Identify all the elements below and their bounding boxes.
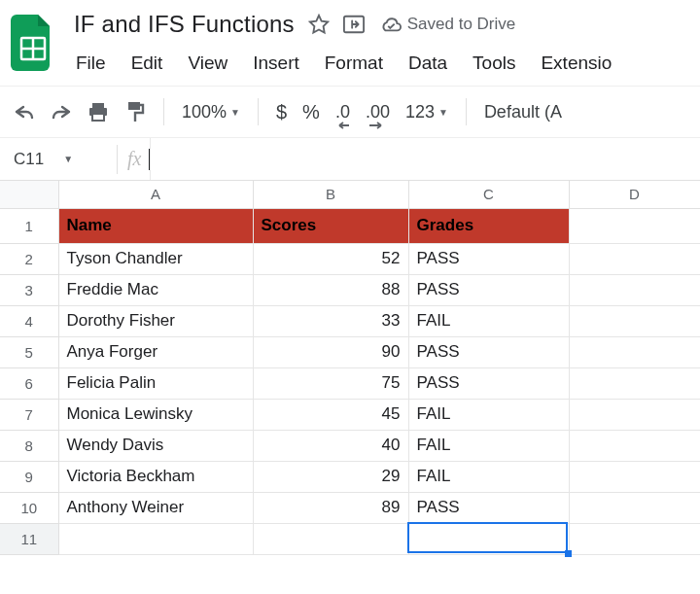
menu-insert[interactable]: Insert [251, 51, 301, 76]
cell-D8[interactable] [569, 430, 700, 461]
increase-decimal-button[interactable]: .00 [362, 97, 394, 126]
svg-rect-6 [92, 114, 104, 121]
cell-B4[interactable]: 33 [253, 305, 408, 336]
cell-D4[interactable] [569, 305, 700, 336]
row-header[interactable]: 11 [0, 523, 58, 554]
formula-input[interactable] [150, 138, 700, 180]
save-status[interactable]: Saved to Drive [380, 15, 516, 34]
cell-A1[interactable]: Name [58, 208, 253, 243]
column-header-A[interactable]: A [58, 181, 253, 208]
cell-B2[interactable]: 52 [253, 243, 408, 274]
cell-B6[interactable]: 75 [253, 367, 408, 399]
cell-A10[interactable]: Anthony Weiner [58, 492, 253, 523]
cell-C8[interactable]: FAIL [408, 430, 569, 461]
cell-A5[interactable]: Anya Forger [58, 336, 253, 367]
cell-B3[interactable]: 88 [253, 274, 408, 305]
cell-D1[interactable] [569, 208, 700, 243]
cell-B8[interactable]: 40 [253, 430, 408, 461]
cell-A9[interactable]: Victoria Beckham [58, 461, 253, 492]
print-button[interactable] [84, 97, 113, 126]
cell-C2[interactable]: PASS [408, 243, 569, 274]
format-currency-button[interactable]: $ [272, 101, 291, 123]
column-header-B[interactable]: B [253, 181, 408, 208]
cell-A7[interactable]: Monica Lewinsky [58, 399, 253, 430]
cell-C6[interactable]: PASS [408, 367, 569, 399]
svg-rect-4 [92, 103, 104, 108]
menu-extensions[interactable]: Extensio [539, 51, 613, 76]
selection-handle[interactable] [565, 550, 572, 557]
cell-C4[interactable]: FAIL [408, 305, 569, 336]
cell-A2[interactable]: Tyson Chandler [58, 243, 253, 274]
cell-A11[interactable] [58, 523, 253, 554]
format-percent-button[interactable]: % [298, 101, 324, 123]
move-icon[interactable] [343, 14, 365, 35]
cell-B7[interactable]: 45 [253, 399, 408, 430]
cell-C10[interactable]: PASS [408, 492, 569, 523]
cell-D5[interactable] [569, 336, 700, 367]
cell-B1[interactable]: Scores [253, 208, 408, 243]
cell-A4[interactable]: Dorothy Fisher [58, 305, 253, 336]
cell-A8[interactable]: Wendy Davis [58, 430, 253, 461]
menu-edit[interactable]: Edit [129, 51, 165, 76]
cell-B10[interactable]: 89 [253, 492, 408, 523]
undo-button[interactable] [10, 97, 39, 126]
cell-D6[interactable] [569, 367, 700, 399]
menu-data[interactable]: Data [406, 51, 449, 76]
cell-D7[interactable] [569, 399, 700, 430]
decrease-decimal-button[interactable]: .0 [332, 97, 354, 126]
cell-D3[interactable] [569, 274, 700, 305]
cell-C9[interactable]: FAIL [408, 461, 569, 492]
chevron-down-icon: ▼ [63, 154, 73, 164]
cell-D10[interactable] [569, 492, 700, 523]
menu-bar: File Edit View Insert Format Data Tools … [74, 51, 613, 76]
zoom-dropdown[interactable]: 100% ▼ [178, 102, 244, 122]
title-bar: IF and IFS Functions Saved to Drive File… [0, 0, 700, 76]
menu-view[interactable]: View [186, 51, 229, 76]
cell-A6[interactable]: Felicia Palin [58, 367, 253, 399]
row-header[interactable]: 6 [0, 367, 58, 399]
cell-C7[interactable]: FAIL [408, 399, 569, 430]
row-header[interactable]: 10 [0, 492, 58, 523]
row-header[interactable]: 7 [0, 399, 58, 430]
font-dropdown[interactable]: Default (A [480, 102, 566, 122]
cell-B11[interactable] [253, 523, 408, 554]
paint-format-button[interactable] [121, 97, 150, 126]
toolbar-separator [466, 98, 467, 125]
row-header[interactable]: 3 [0, 274, 58, 305]
star-icon[interactable] [308, 14, 330, 35]
cell-C5[interactable]: PASS [408, 336, 569, 367]
redo-button[interactable] [47, 97, 76, 126]
row-header[interactable]: 1 [0, 208, 58, 243]
row-header[interactable]: 5 [0, 336, 58, 367]
spreadsheet-grid[interactable]: A B C D 1 Name Scores Grades 2 Tyson Cha… [0, 181, 700, 555]
menu-tools[interactable]: Tools [471, 51, 517, 76]
save-status-text: Saved to Drive [407, 15, 516, 34]
sheets-logo [10, 12, 56, 74]
row-header[interactable]: 9 [0, 461, 58, 492]
cell-A3[interactable]: Freddie Mac [58, 274, 253, 305]
cell-C11[interactable] [408, 523, 569, 554]
column-header-D[interactable]: D [569, 181, 700, 208]
cell-C1[interactable]: Grades [408, 208, 569, 243]
cell-C3[interactable]: PASS [408, 274, 569, 305]
more-formats-dropdown[interactable]: 123 ▼ [402, 102, 452, 122]
column-header-C[interactable]: C [408, 181, 569, 208]
fx-label: fx [127, 148, 141, 170]
row-header[interactable]: 4 [0, 305, 58, 336]
name-box-value: C11 [14, 150, 44, 169]
cell-B5[interactable]: 90 [253, 336, 408, 367]
doc-title[interactable]: IF and IFS Functions [74, 11, 295, 38]
cell-D2[interactable] [569, 243, 700, 274]
select-all-corner[interactable] [0, 181, 58, 208]
toolbar-separator [258, 98, 259, 125]
cell-D11[interactable] [569, 523, 700, 554]
toolbar-separator [163, 98, 164, 125]
row-header[interactable]: 8 [0, 430, 58, 461]
menu-format[interactable]: Format [323, 51, 385, 76]
cell-B9[interactable]: 29 [253, 461, 408, 492]
cloud-check-icon [380, 16, 402, 33]
name-box[interactable]: C11 ▼ [6, 150, 113, 169]
cell-D9[interactable] [569, 461, 700, 492]
menu-file[interactable]: File [74, 51, 108, 76]
row-header[interactable]: 2 [0, 243, 58, 274]
